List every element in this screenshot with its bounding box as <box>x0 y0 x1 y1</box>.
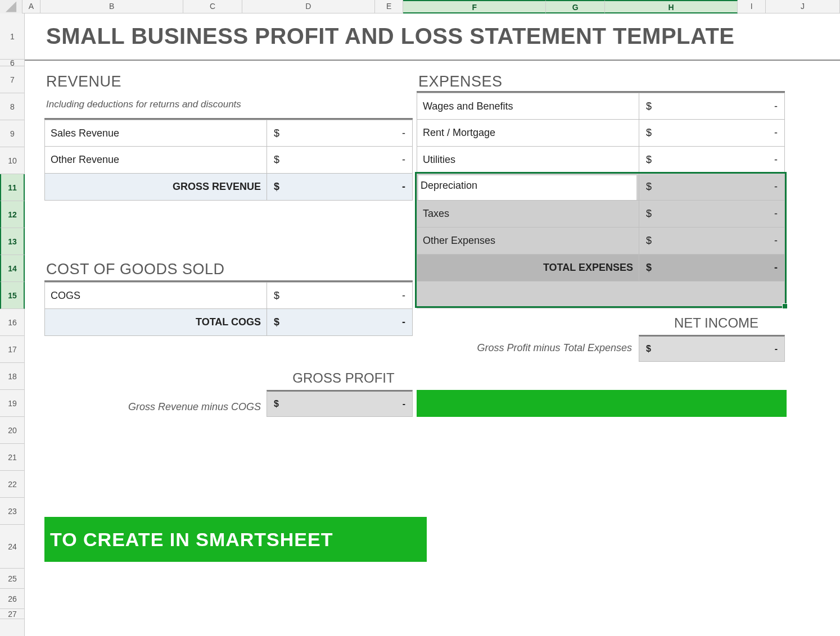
revenue-subnote: Including deductions for returns and dis… <box>46 99 241 110</box>
row-header-20[interactable]: 20 <box>0 417 25 444</box>
row-header-14[interactable]: 14 <box>0 255 25 282</box>
column-header-d[interactable]: D <box>242 0 375 13</box>
row-header-21[interactable]: 21 <box>0 444 25 471</box>
cell-value: $ - <box>639 201 785 228</box>
revenue-row[interactable]: Sales Revenue $ - <box>44 120 413 147</box>
net-income-heading: NET INCOME <box>646 315 787 331</box>
amount: - <box>402 181 405 193</box>
expenses-heading: EXPENSES <box>418 73 503 90</box>
green-accent-bar <box>417 390 787 417</box>
amount: - <box>774 127 778 139</box>
amount: - <box>774 101 778 112</box>
row-header-11[interactable]: 11 <box>0 174 25 201</box>
cell-value: $ - <box>267 147 413 174</box>
row-header-8[interactable]: 8 <box>0 93 25 120</box>
expense-row[interactable]: Utilities $ - <box>417 147 785 174</box>
row-header-15[interactable]: 15 <box>0 282 25 309</box>
row-header-24[interactable]: 24 <box>0 525 25 569</box>
cell-value: $ - <box>639 228 785 255</box>
row-header-25[interactable]: 25 <box>0 569 25 589</box>
currency-symbol: $ <box>646 127 652 139</box>
row-header-26[interactable]: 26 <box>0 589 25 609</box>
amount: - <box>774 181 778 193</box>
cell-value: $ - <box>639 255 785 281</box>
cell-value: $ - <box>639 147 785 174</box>
row-header-18[interactable]: 18 <box>0 363 25 390</box>
cell-value: $ - <box>267 309 413 336</box>
row-header-23[interactable]: 23 <box>0 498 25 525</box>
row-header-9[interactable]: 9 <box>0 120 25 147</box>
cell-label: TOTAL EXPENSES <box>417 255 639 281</box>
column-header-a[interactable]: A <box>22 0 40 13</box>
cell-label: Sales Revenue <box>44 120 267 147</box>
column-header-g[interactable]: G <box>546 0 605 13</box>
row-header-17[interactable]: 17 <box>0 336 25 363</box>
cell-value: $ - <box>267 174 413 201</box>
row-header-13[interactable]: 13 <box>0 228 25 255</box>
net-income-note: Gross Profit minus Total Expenses <box>430 342 632 354</box>
gross-profit-heading: GROSS PROFIT <box>271 370 416 386</box>
column-header-b[interactable]: B <box>40 0 183 13</box>
select-all-corner[interactable] <box>0 0 22 13</box>
currency-symbol: $ <box>646 181 652 193</box>
cell-label: Other Expenses <box>417 228 639 255</box>
amount: - <box>774 235 778 247</box>
currency-symbol: $ <box>274 290 279 302</box>
currency-symbol: $ <box>646 235 652 247</box>
expense-row[interactable]: Taxes $ - <box>417 201 785 228</box>
row-header-1[interactable]: 1 <box>0 13 25 60</box>
currency-symbol: $ <box>646 262 652 274</box>
currency-symbol: $ <box>646 101 652 112</box>
row-header-6[interactable]: 6 <box>0 60 25 66</box>
cell-label: Rent / Mortgage <box>417 120 639 147</box>
column-header-e[interactable]: E <box>375 0 403 13</box>
row-header-7[interactable]: 7 <box>0 66 25 93</box>
row-header-27[interactable]: 27 <box>0 609 25 619</box>
cell-label: Taxes <box>417 201 639 228</box>
currency-symbol: $ <box>274 316 279 328</box>
expense-row[interactable]: Wages and Benefits $ - <box>417 93 785 120</box>
column-header-row: ABCDEFGHIJ <box>0 0 840 13</box>
column-header-j[interactable]: J <box>766 0 840 13</box>
sheet-content: SMALL BUSINESS PROFIT AND LOSS STATEMENT… <box>25 13 840 636</box>
cell-label: Other Revenue <box>44 147 267 174</box>
cogs-total-row: TOTAL COGS $ - <box>44 309 413 336</box>
column-header-i[interactable]: I <box>738 0 766 13</box>
amount: - <box>402 290 405 302</box>
cell-label: Utilities <box>417 147 639 174</box>
revenue-row[interactable]: Other Revenue $ - <box>44 147 413 174</box>
amount: - <box>402 128 405 139</box>
amount: - <box>774 208 778 220</box>
row-header-12[interactable]: 12 <box>0 201 25 228</box>
amount: - <box>403 399 405 409</box>
cell-label: GROSS REVENUE <box>44 174 267 201</box>
currency-symbol: $ <box>646 344 651 354</box>
column-header-h[interactable]: H <box>605 0 738 13</box>
expense-row[interactable]: Other Expenses $ - <box>417 228 785 255</box>
row-header-22[interactable]: 22 <box>0 471 25 498</box>
column-header-f[interactable]: F <box>403 0 546 13</box>
currency-symbol: $ <box>274 128 279 139</box>
smartsheet-cta-button[interactable]: TO CREATE IN SMARTSHEET <box>44 517 427 562</box>
cogs-heading: COST OF GOODS SOLD <box>46 261 225 278</box>
svg-marker-0 <box>6 1 16 12</box>
cell-value: $ - <box>267 120 413 147</box>
currency-symbol: $ <box>646 154 652 166</box>
column-header-c[interactable]: C <box>183 0 242 13</box>
currency-symbol: $ <box>646 208 652 220</box>
expense-row[interactable]: Rent / Mortgage $ - <box>417 120 785 147</box>
cogs-row[interactable]: COGS $ - <box>44 282 413 309</box>
row-header-10[interactable]: 10 <box>0 147 25 174</box>
row-header-19[interactable]: 19 <box>0 390 25 417</box>
currency-symbol: $ <box>274 181 279 193</box>
gross-profit-note: Gross Revenue minus COGS <box>81 401 261 413</box>
amount: - <box>774 262 778 274</box>
row-header-column: 1678910111213141516171819202122232425262… <box>0 13 25 636</box>
row-header-16[interactable]: 16 <box>0 309 25 336</box>
title-divider <box>25 60 840 61</box>
cell-label: TOTAL COGS <box>44 309 267 336</box>
amount: - <box>402 154 405 166</box>
cell-value: $ - <box>639 93 785 120</box>
page-title: SMALL BUSINESS PROFIT AND LOSS STATEMENT… <box>46 24 735 49</box>
expenses-box: Wages and Benefits $ - Rent / Mortgage $… <box>417 91 785 308</box>
